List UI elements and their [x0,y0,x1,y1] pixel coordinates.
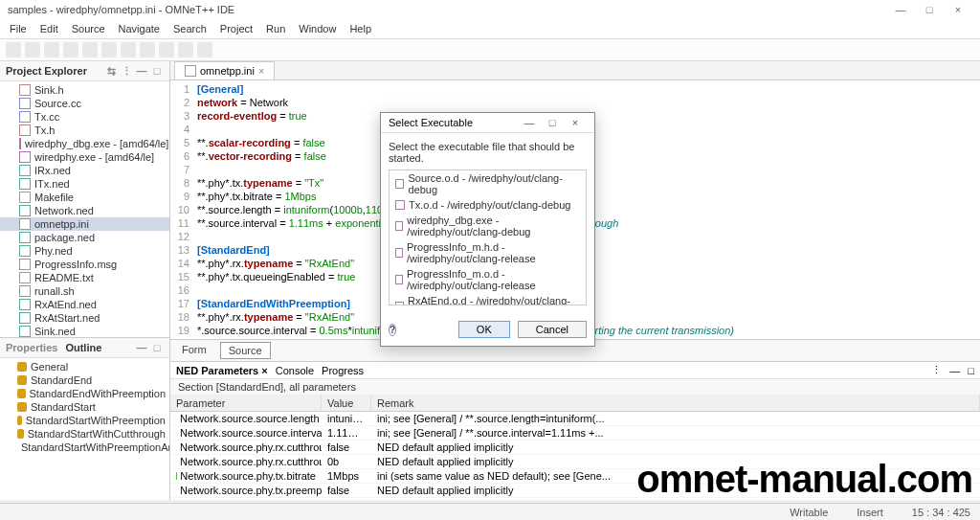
col-header-value[interactable]: Value [322,396,371,411]
file-item[interactable]: Network.ned [0,204,169,217]
outline-item[interactable]: StandardEndWithPreemption [0,387,169,400]
outline-item[interactable]: StandardStartWithPreemption [0,414,169,427]
outline-min-icon[interactable]: — [135,341,148,354]
executable-item[interactable]: Source.o.d - /wiredphy/out/clang-debug [390,170,586,197]
editor-tab-omnetpp[interactable]: omnetpp.ini × [174,61,275,79]
menu-project[interactable]: Project [214,21,258,36]
dialog-titlebar[interactable]: Select Executable — □ × [381,113,594,133]
file-item[interactable]: wiredphy_dbg.exe - [amd64/le] [0,137,169,150]
file-item[interactable]: runall.sh [0,284,169,298]
maximize-view-icon[interactable]: □ [150,64,164,78]
tab-ned-params[interactable]: NED Parameters × [176,365,268,376]
tab-properties[interactable]: Properties [6,342,57,353]
stop-icon[interactable] [140,42,155,57]
file-item[interactable]: Tx.cc [0,110,169,124]
tab-close-icon[interactable]: × [258,65,264,77]
collapse-icon[interactable]: ⇆ [104,64,118,78]
cancel-button[interactable]: Cancel [518,321,587,338]
minimize-button[interactable]: — [886,4,915,15]
status-bar: Writable Insert 15 : 34 : 425 [0,503,980,520]
executable-item[interactable]: ProgressInfo_m.o.d - /wiredphy/out/clang… [390,266,586,293]
param-name: Network.source.source.interval [180,427,322,439]
param-row[interactable]: Network.source.source.lengthintuniform(1… [170,412,980,426]
panel-max-icon[interactable]: □ [968,365,974,376]
outline-item[interactable]: StandardStartWithPreemptionAndCutthrough [0,441,169,454]
menu-run[interactable]: Run [260,21,291,36]
param-row[interactable]: Network.source.phy.rx.cutthroughfalseNED… [170,441,980,455]
menu-edit[interactable]: Edit [34,21,64,36]
dialog-min-icon[interactable]: — [518,117,541,128]
panel-menu-icon[interactable]: ⋮ [931,364,942,376]
outline-tree[interactable]: GeneralStandardEndStandardEndWithPreempt… [0,358,169,500]
close-button[interactable]: × [944,4,972,15]
file-item[interactable]: package.ned [0,231,169,244]
file-item[interactable]: Phy.ned [0,244,169,258]
outline-label: StandardStart [31,401,96,413]
file-icon [19,299,31,310]
executable-item[interactable]: wiredphy_dbg.exe - /wiredphy/out/clang-d… [390,213,586,239]
file-item[interactable]: README.txt [0,271,169,284]
new-icon[interactable] [6,42,21,57]
save-icon[interactable] [25,42,40,57]
file-item[interactable]: RxAtStart.ned [0,311,169,325]
executable-item[interactable]: Tx.o.d - /wiredphy/out/clang-debug [390,197,586,213]
file-item[interactable]: Sink.h [0,83,169,97]
col-header-parameter[interactable]: Parameter [170,396,322,411]
line-number: 13 [170,243,197,257]
run-icon[interactable] [101,42,117,57]
file-label: runall.sh [34,285,75,297]
tab-console[interactable]: Console [276,365,314,376]
menu-navigate[interactable]: Navigate [113,21,166,36]
build-icon[interactable] [63,42,78,57]
file-item[interactable]: ProgressInfo.msg [0,258,169,271]
param-remark: ini; see [General] / **.source.length=in… [371,412,980,425]
dialog-close-icon[interactable]: × [564,117,587,128]
profile-icon[interactable] [121,42,136,57]
maximize-button[interactable]: □ [915,4,944,15]
file-item[interactable]: IRx.ned [0,164,169,177]
file-item[interactable]: Makefile [0,191,169,204]
outline-item[interactable]: StandardEnd [0,373,169,387]
col-header-remark[interactable]: Remark [371,396,980,411]
tab-progress[interactable]: Progress [322,365,364,376]
help-button[interactable]: ? [389,324,451,336]
outline-item[interactable]: General [0,360,169,373]
file-item[interactable]: wiredphy.exe - [amd64/le] [0,150,169,164]
form-tab[interactable]: Form [174,342,214,359]
source-tab[interactable]: Source [220,342,271,359]
menu-source[interactable]: Source [66,21,111,36]
forward-icon[interactable] [197,42,212,57]
executable-list[interactable]: Source.o.d - /wiredphy/out/clang-debugTx… [389,170,587,305]
panel-min-icon[interactable]: — [949,365,960,376]
outline-item[interactable]: StandardStart [0,400,169,414]
outline-item[interactable]: StandardStartWithCutthrough [0,427,169,441]
menu-help[interactable]: Help [344,21,377,36]
file-item[interactable]: Sink.ned [0,325,169,337]
menu-file[interactable]: File [4,21,33,36]
tab-outline[interactable]: Outline [65,342,101,353]
param-row[interactable]: Network.source.source.interval1.11ms + e… [170,426,980,441]
project-explorer-tree[interactable]: Sink.hSource.ccTx.ccTx.hwiredphy_dbg.exe… [0,81,169,337]
link-editor-icon[interactable]: ⋮ [120,64,133,78]
ok-button[interactable]: OK [458,321,510,338]
file-item[interactable]: omnetpp.ini [0,217,169,231]
file-label: package.ned [34,232,95,243]
watermark-text: omnet-manual.com [636,458,972,501]
back-icon[interactable] [178,42,193,57]
outline-max-icon[interactable]: □ [150,341,164,354]
search-icon[interactable] [159,42,174,57]
file-item[interactable]: RxAtEnd.ned [0,298,169,311]
executable-item[interactable]: RxAtEnd.o.d - /wiredphy/out/clang-releas… [390,293,586,305]
main-toolbar [0,39,980,61]
file-item[interactable]: Source.cc [0,97,169,110]
executable-item[interactable]: ProgressInfo_m.h.d - /wiredphy/out/clang… [390,239,586,266]
file-item[interactable]: Tx.h [0,124,169,137]
file-item[interactable]: ITx.ned [0,177,169,191]
save-all-icon[interactable] [44,42,59,57]
executable-label: Source.o.d - /wiredphy/out/clang-debug [408,172,580,195]
menu-window[interactable]: Window [293,21,342,36]
dialog-max-icon[interactable]: □ [541,117,564,128]
menu-search[interactable]: Search [167,21,212,36]
debug-icon[interactable] [82,42,98,57]
minimize-view-icon[interactable]: — [135,64,148,78]
